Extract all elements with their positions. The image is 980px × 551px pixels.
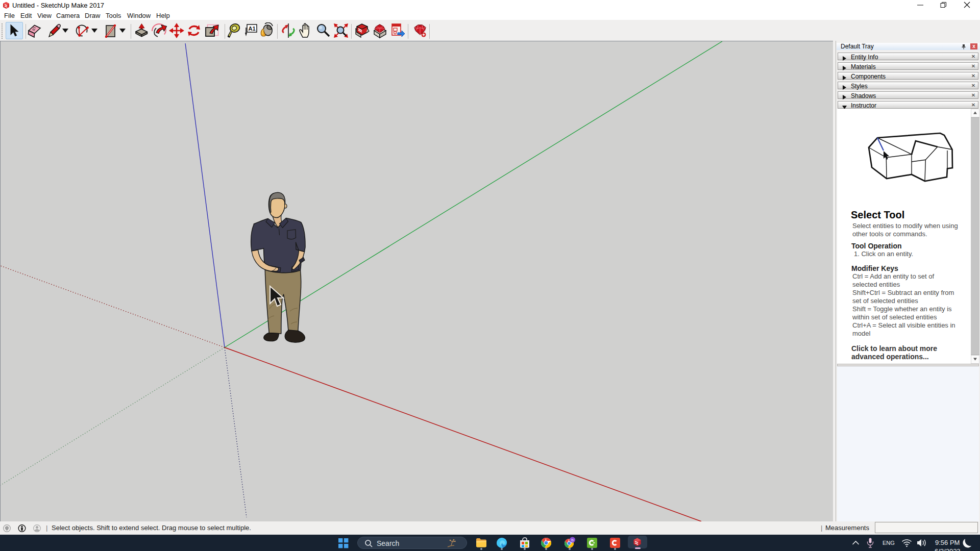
svg-text:A1: A1 — [248, 26, 255, 32]
svg-text:b: b — [571, 538, 574, 542]
